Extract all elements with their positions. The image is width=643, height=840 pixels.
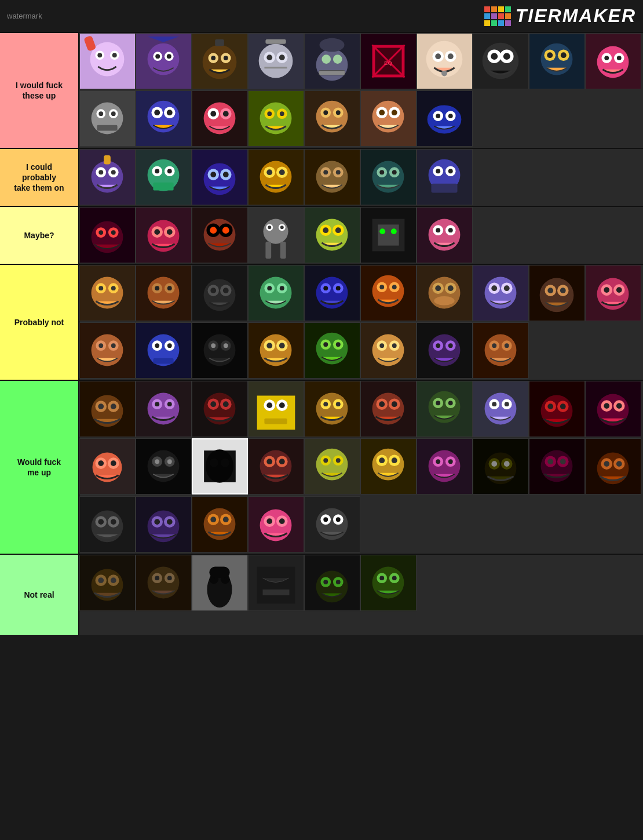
svg-point-11 <box>155 54 160 59</box>
svg-point-343 <box>392 401 397 407</box>
svg-point-401 <box>379 458 385 464</box>
char-box <box>304 207 360 263</box>
svg-point-220 <box>280 286 284 290</box>
svg-point-456 <box>336 517 341 522</box>
svg-point-478 <box>316 570 348 602</box>
svg-point-183 <box>323 227 328 233</box>
svg-point-318 <box>167 402 172 406</box>
char-box <box>304 90 360 147</box>
char-box <box>192 381 248 437</box>
char-box <box>417 322 473 379</box>
svg-point-269 <box>167 343 172 348</box>
svg-point-33 <box>319 38 344 52</box>
char-box <box>585 381 641 437</box>
svg-point-437 <box>154 519 160 525</box>
svg-rect-270 <box>153 358 173 364</box>
svg-point-30 <box>322 54 331 64</box>
char-box <box>79 438 136 494</box>
char-box <box>360 555 417 611</box>
svg-point-106 <box>436 114 440 118</box>
char-box <box>248 381 304 437</box>
svg-point-101 <box>392 110 397 115</box>
char-box <box>360 438 417 494</box>
svg-point-57 <box>547 52 553 58</box>
char-box <box>192 207 248 263</box>
svg-point-244 <box>491 285 497 291</box>
svg-point-461 <box>98 577 104 583</box>
char-box <box>79 496 136 552</box>
svg-point-276 <box>224 343 228 348</box>
svg-rect-473 <box>209 567 229 579</box>
svg-point-361 <box>560 403 566 409</box>
char-box <box>136 33 192 89</box>
svg-point-225 <box>323 286 328 290</box>
svg-point-432 <box>111 519 116 525</box>
svg-text:EQ: EQ <box>384 60 393 66</box>
tier-row-4: Probably not <box>0 264 643 380</box>
svg-point-311 <box>98 403 104 409</box>
tier-label-5: Would fuckme up <box>0 381 78 554</box>
char-box <box>136 90 192 147</box>
char-box <box>360 265 417 321</box>
svg-point-112 <box>98 170 103 174</box>
tier-images-4 <box>78 265 643 380</box>
tier-row-3: Maybe? <box>0 206 643 264</box>
tier-images-3 <box>78 207 643 264</box>
char-box <box>248 149 304 205</box>
svg-point-18 <box>211 56 215 60</box>
svg-point-164 <box>167 229 173 235</box>
tier-images-6 <box>78 555 643 635</box>
tiermaker-title: TiERMAKER <box>516 5 636 27</box>
svg-point-169 <box>210 227 217 234</box>
svg-rect-476 <box>262 590 289 595</box>
char-box <box>585 265 641 321</box>
char-box <box>248 207 304 263</box>
svg-point-372 <box>98 461 104 467</box>
logo-grid-icon <box>484 6 511 26</box>
tier-label-4: Probably not <box>0 265 78 380</box>
svg-point-69 <box>98 111 103 116</box>
char-box <box>417 90 473 147</box>
svg-point-64 <box>617 56 622 60</box>
svg-point-263 <box>111 343 116 348</box>
svg-point-414 <box>504 461 510 467</box>
char-box <box>136 149 192 205</box>
char-box <box>417 207 473 263</box>
svg-rect-27 <box>265 39 286 44</box>
svg-rect-32 <box>319 71 345 75</box>
svg-point-455 <box>323 517 328 522</box>
svg-point-407 <box>436 460 440 464</box>
svg-point-46 <box>441 71 447 77</box>
svg-point-378 <box>155 460 159 464</box>
svg-point-158 <box>111 230 116 235</box>
svg-point-443 <box>210 517 216 522</box>
char-box <box>360 90 417 147</box>
header: watermark TiERMAKER <box>0 0 643 32</box>
tier-row-6: Not real <box>0 554 643 635</box>
tier-images-5 <box>78 381 643 554</box>
svg-point-195 <box>436 228 440 232</box>
svg-point-119 <box>155 169 159 173</box>
tiermaker-logo: TiERMAKER <box>484 5 636 27</box>
svg-point-138 <box>323 170 328 174</box>
svg-point-175 <box>268 226 271 229</box>
svg-point-431 <box>98 519 104 525</box>
svg-point-144 <box>379 170 384 174</box>
svg-point-250 <box>547 288 553 293</box>
char-box <box>360 207 417 263</box>
char-box <box>304 265 360 321</box>
svg-point-384 <box>221 459 229 467</box>
svg-point-51 <box>491 53 498 60</box>
svg-point-487 <box>379 576 384 580</box>
svg-point-12 <box>167 54 171 59</box>
svg-point-395 <box>323 459 328 463</box>
char-box <box>473 322 529 379</box>
char-box <box>417 33 473 89</box>
svg-point-287 <box>323 342 328 347</box>
svg-point-449 <box>266 518 272 524</box>
svg-point-189 <box>391 228 397 234</box>
svg-point-257 <box>616 287 622 293</box>
svg-point-238 <box>448 285 454 291</box>
char-box <box>473 381 529 437</box>
char-box <box>79 149 136 205</box>
